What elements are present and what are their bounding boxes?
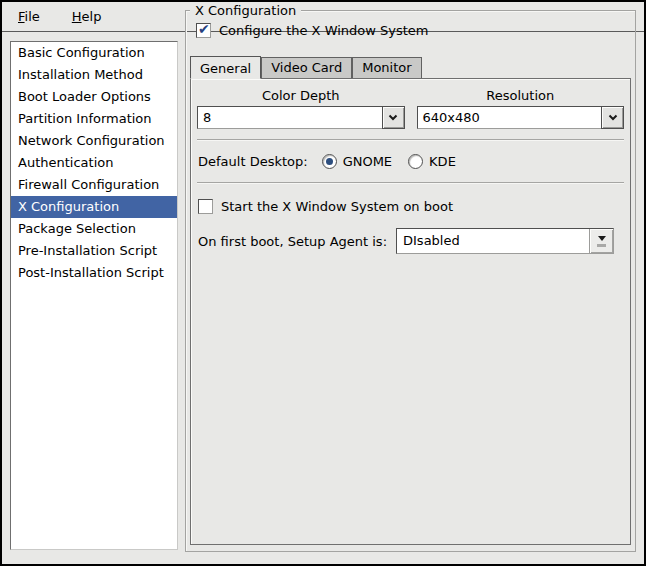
default-desktop-label: Default Desktop: bbox=[198, 154, 308, 169]
arrow-dash-icon bbox=[597, 244, 606, 247]
setup-agent-dropdown-button[interactable] bbox=[589, 229, 613, 253]
resolution-combobox[interactable]: 640x480 bbox=[417, 106, 625, 129]
sidebar-item-network-configuration[interactable]: Network Configuration bbox=[11, 130, 177, 152]
color-depth-group: Color Depth 8 bbox=[197, 88, 405, 129]
separator bbox=[197, 182, 624, 184]
resolution-label: Resolution bbox=[417, 88, 625, 103]
setup-agent-label: On first boot, Setup Agent is: bbox=[198, 234, 387, 249]
sidebar-item-authentication[interactable]: Authentication bbox=[11, 152, 177, 174]
setup-agent-value: DIsabled bbox=[397, 229, 589, 253]
color-depth-value[interactable]: 8 bbox=[197, 106, 382, 129]
configure-x-checkbox-label: Configure the X Window System bbox=[219, 23, 429, 38]
sidebar-item-pre-installation-script[interactable]: Pre-Installation Script bbox=[11, 240, 177, 262]
chevron-down-icon bbox=[608, 114, 618, 121]
color-depth-dropdown-button[interactable] bbox=[382, 106, 405, 129]
resolution-group: Resolution 640x480 bbox=[417, 88, 625, 129]
x-configuration-frame: X Configuration Configure the X Window S… bbox=[185, 10, 636, 552]
chevron-down-icon bbox=[388, 114, 398, 121]
color-depth-combobox[interactable]: 8 bbox=[197, 106, 405, 129]
sidebar-item-boot-loader-options[interactable]: Boot Loader Options bbox=[11, 86, 177, 108]
radio-kde-label: KDE bbox=[429, 154, 456, 169]
menu-help[interactable]: Help bbox=[64, 6, 110, 27]
default-desktop-row: Default Desktop: GNOME KDE bbox=[196, 150, 625, 172]
radio-kde-button[interactable] bbox=[408, 154, 423, 169]
menu-file[interactable]: File bbox=[10, 6, 48, 27]
sidebar-item-firewall-configuration[interactable]: Firewall Configuration bbox=[11, 174, 177, 196]
default-desktop-radio-group: GNOME KDE bbox=[322, 154, 456, 169]
arrow-down-icon bbox=[598, 236, 606, 241]
depth-resolution-row: Color Depth 8 Resolution 640x480 bbox=[196, 86, 625, 129]
radio-gnome-label: GNOME bbox=[343, 154, 392, 169]
configure-x-checkbox[interactable] bbox=[196, 23, 211, 38]
start-x-checkbox-row[interactable]: Start the X Window System on boot bbox=[196, 196, 625, 216]
start-x-checkbox-label: Start the X Window System on boot bbox=[221, 199, 453, 214]
category-list: Basic Configuration Installation Method … bbox=[10, 41, 178, 550]
setup-agent-dropdown[interactable]: DIsabled bbox=[396, 228, 614, 254]
tab-monitor[interactable]: Monitor bbox=[352, 57, 421, 78]
tab-video-card[interactable]: Video Card bbox=[261, 57, 352, 78]
sidebar-item-basic-configuration[interactable]: Basic Configuration bbox=[11, 42, 177, 64]
sidebar-item-package-selection[interactable]: Package Selection bbox=[11, 218, 177, 240]
resolution-dropdown-button[interactable] bbox=[601, 106, 624, 129]
radio-gnome-button[interactable] bbox=[322, 154, 337, 169]
radio-gnome[interactable]: GNOME bbox=[322, 154, 392, 169]
tab-general[interactable]: General bbox=[190, 56, 261, 79]
resolution-value[interactable]: 640x480 bbox=[417, 106, 602, 129]
x-config-notebook: General Video Card Monitor Color Depth 8 bbox=[190, 55, 631, 545]
frame-title: X Configuration bbox=[190, 2, 301, 19]
setup-agent-row: On first boot, Setup Agent is: DIsabled bbox=[196, 228, 625, 254]
sidebar-item-post-installation-script[interactable]: Post-Installation Script bbox=[11, 262, 177, 284]
radio-kde[interactable]: KDE bbox=[408, 154, 456, 169]
tab-content-general: Color Depth 8 Resolution 640x480 bbox=[190, 78, 631, 545]
color-depth-label: Color Depth bbox=[197, 88, 405, 103]
separator bbox=[197, 139, 624, 141]
configure-x-checkbox-row[interactable]: Configure the X Window System bbox=[196, 23, 429, 38]
start-x-checkbox[interactable] bbox=[198, 199, 213, 214]
tab-bar: General Video Card Monitor bbox=[190, 55, 631, 78]
kickstart-configurator-window: File Help Basic Configuration Installati… bbox=[0, 0, 646, 566]
sidebar-item-partition-information[interactable]: Partition Information bbox=[11, 108, 177, 130]
sidebar-item-x-configuration[interactable]: X Configuration bbox=[11, 196, 177, 218]
sidebar-item-installation-method[interactable]: Installation Method bbox=[11, 64, 177, 86]
